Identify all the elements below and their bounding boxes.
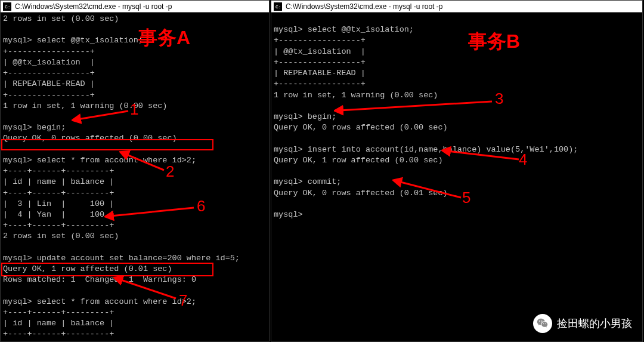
wechat-icon — [533, 314, 552, 333]
terminal-window-a: C: C:\Windows\System32\cmd.exe - mysql -… — [0, 0, 270, 342]
terminal-body-a[interactable]: 2 rows in set (0.00 sec) mysql> select @… — [1, 13, 269, 342]
titlebar-text-b: C:\Windows\System32\cmd.exe - mysql -u r… — [286, 2, 442, 11]
svg-text:C:: C: — [275, 4, 281, 10]
cmd-icon: C: — [3, 2, 11, 11]
watermark-text: 捡田螺的小男孩 — [557, 316, 632, 331]
titlebar-text-a: C:\Windows\System32\cmd.exe - mysql -u r… — [15, 2, 172, 11]
titlebar-b[interactable]: C: C:\Windows\System32\cmd.exe - mysql -… — [271, 1, 642, 13]
watermark: 捡田螺的小男孩 — [533, 314, 632, 333]
terminal-body-b[interactable]: mysql> select @@tx_isolation; +---------… — [271, 13, 642, 221]
cmd-icon: C: — [274, 2, 282, 11]
titlebar-a[interactable]: C: C:\Windows\System32\cmd.exe - mysql -… — [1, 1, 269, 13]
terminal-window-b: C: C:\Windows\System32\cmd.exe - mysql -… — [271, 0, 643, 342]
svg-text:C:: C: — [5, 4, 10, 10]
